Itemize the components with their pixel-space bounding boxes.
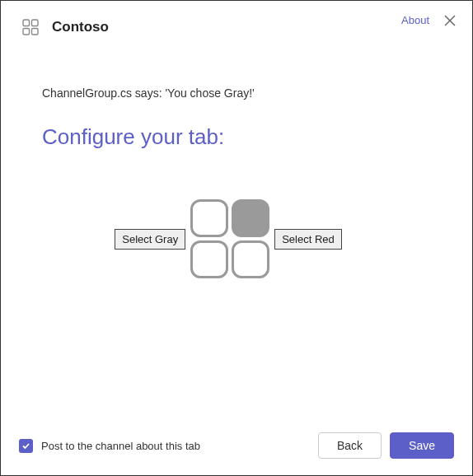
tile: [190, 240, 228, 278]
post-checkbox-label: Post to the channel about this tab: [41, 440, 200, 452]
select-red-button[interactable]: Select Red: [274, 229, 342, 250]
tile-grid-icon: [190, 199, 269, 278]
config-dialog: Contoso About ChannelGroup.cs says: 'You…: [0, 0, 473, 476]
svg-rect-0: [23, 20, 30, 26]
status-text: ChannelGroup.cs says: 'You chose Gray!': [42, 86, 431, 100]
tile-filled: [232, 199, 269, 237]
tile: [190, 199, 228, 237]
select-gray-button[interactable]: Select Gray: [115, 229, 185, 250]
page-heading: Configure your tab:: [42, 124, 431, 150]
color-select-row: Select Gray Select Red: [26, 199, 431, 278]
post-checkbox-group: Post to the channel about this tab: [19, 439, 310, 453]
svg-rect-2: [23, 29, 30, 35]
post-checkbox[interactable]: [19, 439, 33, 453]
svg-rect-3: [32, 29, 39, 35]
header-actions: About: [401, 14, 456, 26]
dialog-header: Contoso About: [1, 1, 472, 37]
close-icon[interactable]: [444, 15, 456, 26]
about-link[interactable]: About: [401, 14, 429, 26]
app-title: Contoso: [52, 19, 109, 35]
svg-rect-1: [32, 20, 39, 26]
back-button[interactable]: Back: [318, 432, 382, 459]
tile: [232, 240, 269, 278]
dialog-footer: Post to the channel about this tab Back …: [1, 419, 472, 475]
dialog-content: ChannelGroup.cs says: 'You chose Gray!' …: [1, 37, 472, 419]
app-icon: [21, 17, 40, 37]
save-button[interactable]: Save: [390, 432, 454, 459]
